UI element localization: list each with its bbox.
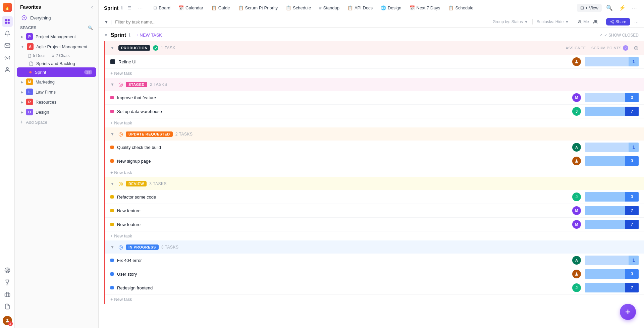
- tab-api-docs[interactable]: 📋 API Docs: [344, 4, 376, 12]
- tab-design[interactable]: 🌐 Design: [377, 4, 405, 12]
- sprint-collapse-btn[interactable]: ▼: [104, 33, 108, 38]
- share-button[interactable]: Share: [606, 18, 630, 25]
- task-row[interactable]: Set up data warehouse J 7: [105, 105, 644, 118]
- tab-guide[interactable]: 📋 Guide: [208, 4, 233, 12]
- nav-notifications[interactable]: [2, 28, 13, 39]
- task-checkbox[interactable]: [110, 59, 115, 64]
- topbar-right: ⊞ + View 🔍 ⚡ ⋯: [577, 3, 639, 13]
- sprint-section-info[interactable]: ℹ: [129, 33, 130, 38]
- tab-schedule[interactable]: 📋 Schedule: [282, 4, 314, 12]
- add-view-button[interactable]: ⊞ + View: [577, 4, 602, 12]
- sprint-info-icon[interactable]: ℹ: [121, 5, 123, 10]
- task-row[interactable]: Quality check the build A 1: [105, 141, 644, 154]
- group-header-staged[interactable]: ▼ ◎ STAGED 2 TASKS: [105, 78, 644, 91]
- nav-home[interactable]: [2, 16, 13, 27]
- topbar-more-right[interactable]: ⋯: [630, 3, 639, 13]
- sidebar-item-marketing[interactable]: ▶ M Marketing: [17, 77, 96, 87]
- law-firms-label: Law Firms: [36, 90, 92, 95]
- sidebar-collapse-icon[interactable]: ‹: [91, 4, 93, 10]
- task-row[interactable]: User story 3: [105, 267, 644, 281]
- tab-design-label: Design: [388, 5, 401, 10]
- next7-icon: 📅: [410, 5, 415, 10]
- show-closed-btn[interactable]: ✓ ✓ SHOW CLOSED: [599, 33, 639, 38]
- docs-link[interactable]: 5 Docs: [25, 53, 47, 59]
- tab-calendar[interactable]: 📅 Calendar: [175, 4, 207, 12]
- nav-mail[interactable]: [2, 40, 13, 51]
- nav-profile[interactable]: [2, 64, 13, 75]
- group-header-inprogress[interactable]: ▼ ◎ IN PROGRESS 3 TASKS: [105, 240, 644, 254]
- topbar-more-btn[interactable]: ⋯: [136, 3, 144, 12]
- task-row[interactable]: New signup page 3: [105, 154, 644, 168]
- group-header-review[interactable]: ▼ ◎ REVIEW 3 TASKS: [105, 177, 644, 190]
- new-task-button[interactable]: + NEW TASK: [133, 32, 165, 38]
- lightning-btn[interactable]: ⚡: [617, 3, 627, 13]
- scrum-bar-value: 3: [625, 93, 639, 102]
- task-row[interactable]: Refactor some code J 3: [105, 190, 644, 204]
- task-dot: [110, 110, 114, 113]
- assignee-group-option[interactable]: [593, 19, 598, 24]
- filter-more-btn[interactable]: ⋯: [634, 19, 639, 24]
- scrum-info-icon[interactable]: ?: [623, 45, 628, 51]
- filter-input[interactable]: [115, 19, 182, 24]
- sidebar-item-design[interactable]: ▶ D Design: [17, 107, 96, 117]
- svg-point-7: [6, 269, 9, 272]
- search-btn[interactable]: 🔍: [604, 3, 614, 13]
- tab-list-view[interactable]: ☰: [124, 4, 135, 12]
- sidebar-favorites-label: Favorites: [20, 4, 41, 10]
- filter-funnel-icon[interactable]: ▼: [104, 19, 109, 24]
- sidebar-item-law-firms[interactable]: ▶ L Law Firms: [17, 87, 96, 97]
- add-task-row-staged[interactable]: + New task: [105, 118, 644, 127]
- filter-div1: [532, 19, 533, 24]
- tab-next-7-days[interactable]: 📅 Next 7 Days: [406, 4, 444, 12]
- add-column-btn[interactable]: ⊕: [634, 44, 639, 52]
- sidebar-item-resources[interactable]: ▶ R Resources: [17, 97, 96, 107]
- sidebar-item-agile[interactable]: ▼ A Agile Project Management: [17, 42, 96, 52]
- task-row[interactable]: Refine UI 1: [105, 55, 644, 69]
- nav-docs[interactable]: [2, 301, 13, 312]
- sidebar-item-sprint[interactable]: ● Sprint 13: [17, 67, 96, 77]
- group-header-update[interactable]: ▼ ◎ UPDATE REQUESTED 2 TASKS: [105, 127, 644, 141]
- tab-standup[interactable]: # Standup: [316, 4, 343, 12]
- me-option[interactable]: Me: [577, 19, 589, 24]
- status-group-update-requested: ▼ ◎ UPDATE REQUESTED 2 TASKS Quality che…: [105, 127, 644, 177]
- fab-button[interactable]: [620, 304, 636, 320]
- nav-trophy[interactable]: [2, 277, 13, 288]
- tab-guide-label: Guide: [218, 5, 230, 10]
- scrum-bar: 7: [585, 206, 639, 215]
- task-dot: [110, 96, 114, 99]
- sidebar-item-everything[interactable]: Everything: [17, 13, 96, 23]
- nav-apps[interactable]: [2, 52, 13, 63]
- sidebar-item-sprints-backlog[interactable]: Sprints and Backlog: [17, 60, 96, 67]
- task-row[interactable]: Redesign frontend J 7: [105, 281, 644, 295]
- nav-briefcase[interactable]: [2, 289, 13, 300]
- tab-scrum-priority[interactable]: 📋 Scrum Pt Priority: [235, 4, 281, 12]
- add-task-row-production[interactable]: + New task: [105, 69, 644, 78]
- app-logo[interactable]: 🔥: [3, 3, 12, 12]
- chats-link[interactable]: # 2 Chats: [50, 53, 71, 59]
- tab-board[interactable]: ⊞ Board: [150, 4, 174, 12]
- add-space-button[interactable]: + Add Space: [15, 117, 98, 127]
- task-row[interactable]: Improve that feature M 3: [105, 91, 644, 105]
- add-task-row-update[interactable]: + New task: [105, 168, 644, 177]
- sidebar-search-icon[interactable]: 🔍: [88, 25, 93, 30]
- group-by-option[interactable]: Group by: Status ▼: [493, 19, 528, 24]
- tab-schedule2[interactable]: 📋 Schedule: [445, 4, 477, 12]
- svg-point-19: [612, 22, 613, 23]
- task-row[interactable]: Fix 404 error A 1: [105, 254, 644, 267]
- task-assignee: M: [572, 220, 581, 229]
- sidebar-item-project-management[interactable]: ▶ P Project Management: [17, 32, 96, 42]
- check-icon: ✓: [599, 33, 603, 38]
- scrum-bar: 1: [585, 256, 639, 265]
- task-row[interactable]: New feature M 7: [105, 204, 644, 218]
- nav-goals[interactable]: [2, 265, 13, 276]
- group-header-production[interactable]: ▼ PRODUCTION 1 TASK ASSIGNEE SCRUM POINT…: [105, 41, 644, 55]
- add-task-row-review[interactable]: + New task: [105, 231, 644, 240]
- subtasks-option[interactable]: Subtasks: Hide ▼: [537, 19, 569, 24]
- chevron-icon: ▶: [21, 35, 23, 39]
- add-task-row-inprogress[interactable]: + New task: [105, 295, 644, 304]
- task-row[interactable]: New feature M 7: [105, 218, 644, 231]
- scrum-bar-value: 1: [629, 256, 639, 265]
- staged-circle-icon: ◎: [118, 81, 123, 88]
- svg-point-18: [610, 21, 611, 22]
- scrum-bar-bg: [585, 156, 625, 166]
